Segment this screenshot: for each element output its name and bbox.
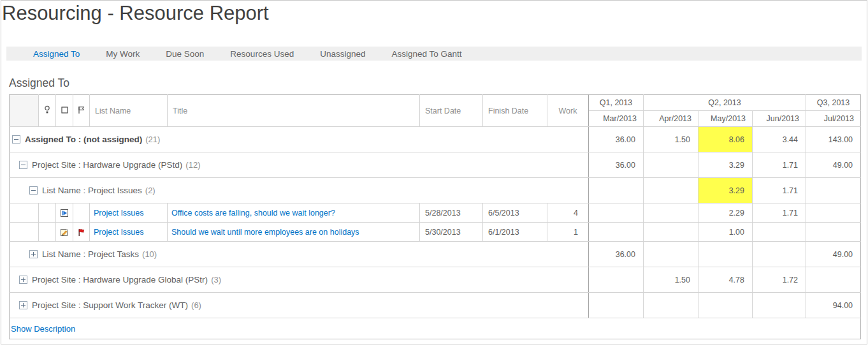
group-label: Project Site : Hardware Upgrade Global (…	[32, 275, 208, 284]
group-cell: Project Site : Hardware Upgrade Global (…	[10, 267, 589, 293]
list-name-cell: Project Issues	[90, 203, 168, 223]
complete-column-header	[56, 95, 73, 127]
resource-report-table: List Name Title Start Date Finish Date W…	[9, 94, 861, 339]
flag-cell	[73, 203, 90, 223]
column-header-work: Work	[547, 95, 589, 127]
quarter-header-q2: Q2, 2013	[644, 95, 806, 111]
group-count: (21)	[145, 135, 160, 144]
list-name-link[interactable]: Project Issues	[94, 209, 144, 218]
tab-assigned-to[interactable]: Assigned To	[33, 49, 80, 59]
timephase-cell	[806, 223, 861, 242]
column-header-title: Title	[168, 95, 420, 127]
group-count: (6)	[191, 300, 201, 310]
column-header-finish-date: Finish Date	[483, 95, 547, 127]
tab-resources-used[interactable]: Resources Used	[230, 49, 294, 59]
timephase-cell	[806, 267, 861, 293]
expand-icon[interactable]	[29, 250, 38, 258]
table-header: List Name Title Start Date Finish Date W…	[10, 95, 861, 127]
timephase-cell: 49.00	[806, 152, 861, 178]
group-row: List Name : Project Issues(2)3.291.71	[10, 178, 861, 203]
indent-cell	[10, 203, 39, 223]
tab-due-soon[interactable]: Due Soon	[166, 49, 204, 59]
group-label: List Name : Project Tasks	[42, 249, 139, 259]
group-count: (12)	[185, 160, 200, 170]
list-name-link[interactable]: Project Issues	[94, 228, 144, 237]
timephase-cell: 36.00	[589, 127, 644, 152]
timephase-cell: 49.00	[806, 242, 861, 267]
month-header: May/2013	[698, 111, 753, 127]
collapse-icon[interactable]	[19, 161, 27, 169]
timephase-cell	[698, 293, 753, 318]
finish-date-cell: 6/1/2013	[483, 223, 547, 242]
group-label: Project Site : Support Work Tracker (WT)	[32, 300, 188, 310]
start-date-cell: 5/28/2013	[420, 203, 483, 223]
timephase-cell: 3.29	[698, 178, 753, 203]
work-cell: 4	[547, 203, 589, 223]
flag-icon	[77, 107, 85, 116]
group-row: Project Site : Hardware Upgrade (PStd)(1…	[10, 152, 861, 178]
red-flag-icon	[77, 227, 85, 236]
group-row: Assigned To : (not assigned)(21)36.001.5…	[10, 127, 861, 152]
group-row: Project Site : Hardware Upgrade Global (…	[10, 267, 861, 293]
month-header: Jul/2013	[806, 111, 861, 127]
timephase-cell	[589, 293, 644, 318]
group-cell: Project Site : Hardware Upgrade (PStd)(1…	[10, 152, 589, 178]
title-link[interactable]: Should we wait until more employees are …	[171, 228, 359, 237]
timephase-cell	[589, 267, 644, 293]
priority-cell	[39, 223, 56, 242]
tab-unassigned[interactable]: Unassigned	[320, 49, 365, 59]
timephase-cell: 36.00	[589, 152, 644, 178]
group-row: List Name : Project Tasks(10)36.0049.00	[10, 242, 861, 267]
table-footer-row: Show Description	[10, 318, 861, 339]
group-label: List Name : Project Issues	[42, 186, 142, 195]
quarter-header-q3: Q3, 2013	[806, 95, 861, 111]
month-header: Mar/2013	[589, 111, 644, 127]
expand-icon[interactable]	[19, 276, 27, 284]
task-row: Project IssuesShould we wait until more …	[10, 223, 861, 242]
timephase-cell: 143.00	[806, 127, 861, 152]
priority-cell	[39, 203, 56, 223]
timephase-cell	[644, 178, 698, 203]
priority-column-header	[39, 95, 56, 127]
timephase-cell	[644, 242, 698, 267]
quarter-header-q1: Q1, 2013	[589, 95, 644, 111]
tab-assigned-to-gantt[interactable]: Assigned To Gantt	[391, 49, 461, 59]
tab-my-work[interactable]: My Work	[106, 49, 140, 59]
timephase-cell	[644, 152, 698, 178]
item-type-cell	[56, 203, 73, 223]
timephase-cell	[644, 203, 698, 223]
timephase-cell: 1.71	[753, 178, 806, 203]
collapse-icon[interactable]	[29, 186, 38, 195]
group-count: (10)	[142, 249, 157, 259]
checkbox-icon	[61, 107, 68, 115]
timephase-cell: 1.71	[753, 152, 806, 178]
collapse-icon[interactable]	[12, 135, 20, 144]
finish-date-cell: 6/5/2013	[483, 203, 547, 223]
priority-icon	[43, 107, 51, 116]
title-link[interactable]: Office costs are falling, should we wait…	[171, 209, 335, 218]
timephase-cell: 8.06	[698, 127, 753, 152]
task-row: Project IssuesOffice costs are falling, …	[10, 203, 861, 223]
show-description-link[interactable]: Show Description	[11, 324, 75, 334]
timephase-cell	[753, 242, 806, 267]
expand-icon[interactable]	[19, 301, 27, 309]
column-header-start-date: Start Date	[420, 95, 483, 127]
timephase-cell: 94.00	[806, 293, 861, 318]
group-label: Assigned To : (not assigned)	[25, 135, 142, 144]
timephase-cell	[589, 203, 644, 223]
timephase-cell: 1.00	[698, 223, 753, 242]
start-date-cell: 5/30/2013	[420, 223, 483, 242]
timephase-cell: 3.29	[698, 152, 753, 178]
list-name-cell: Project Issues	[90, 223, 168, 242]
timephase-cell: 1.50	[644, 267, 698, 293]
timephase-cell: 1.71	[753, 203, 806, 223]
note-icon	[60, 208, 69, 217]
group-cell: List Name : Project Issues(2)	[10, 178, 589, 203]
column-header-list-name: List Name	[90, 95, 168, 127]
tab-bar: Assigned ToMy WorkDue SoonResources Used…	[6, 47, 862, 61]
group-row: Project Site : Support Work Tracker (WT)…	[10, 293, 861, 318]
timephase-cell: 4.78	[698, 267, 753, 293]
group-label: Project Site : Hardware Upgrade (PStd)	[32, 160, 182, 170]
group-cell: Project Site : Support Work Tracker (WT)…	[10, 293, 589, 318]
timephase-cell	[806, 178, 861, 203]
